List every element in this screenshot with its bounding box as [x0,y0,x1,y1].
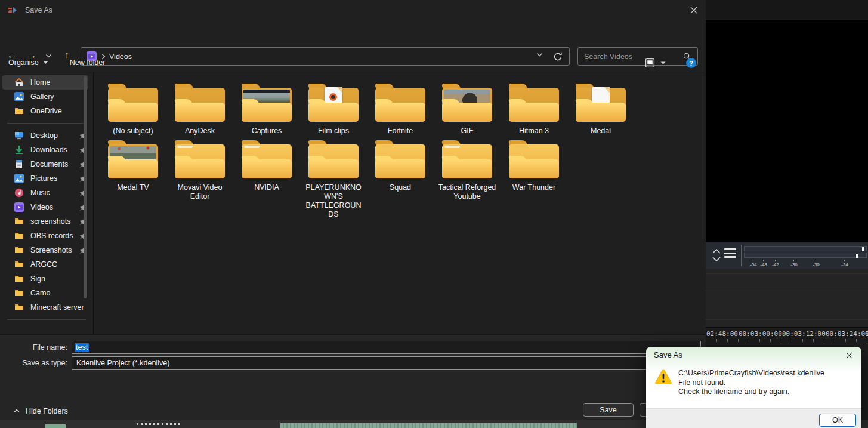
folder-item[interactable]: Medal [567,82,634,136]
meter-label: -36 [790,262,798,267]
msgbox-title: Save As [654,350,682,359]
meter-label: -42 [772,262,779,267]
organise-button[interactable]: Organise [8,58,48,67]
timeline-markers [137,423,180,425]
meter-label: -24 [841,262,848,267]
folder-icon [14,303,24,312]
dialog-title: Save As [25,6,52,14]
view-mode-icon[interactable] [645,58,655,68]
timecode-spinner[interactable] [711,245,722,265]
timeline-clip[interactable] [45,424,66,428]
kdenlive-titlebar-strip [706,0,868,20]
dialog-close-button[interactable] [685,2,702,17]
sidebar-item-camo[interactable]: Camo [2,286,88,300]
sidebar-item-home[interactable]: Home [2,75,88,90]
folder-icon [14,245,24,255]
msgbox-path: C:\Users\PrimeCrayfish\Videos\test.kdenl… [678,369,824,378]
sidebar-scrollbar[interactable] [84,76,87,298]
pictures-icon [14,174,24,183]
folder-item[interactable]: Squad [367,139,434,219]
dialog-footer: File name: test Save as type: Kdenlive P… [0,334,706,420]
sidebar-item-desktop[interactable]: Desktop [2,128,88,143]
folder-item[interactable]: War Thunder [501,139,567,219]
sidebar-item-music[interactable]: Music [2,186,88,200]
folder-item[interactable]: Fortnite [367,82,434,136]
dialog-titlebar: Save As [0,0,706,20]
new-folder-button[interactable]: New folder [70,58,106,67]
kdenlive-app-icon [8,5,18,15]
logo-thumbnail [329,93,337,101]
folder-icon [14,288,24,298]
save-button[interactable]: Save [583,403,634,417]
meter-label: -48 [760,262,767,267]
msgbox-hint: Check the filename and try again. [678,387,824,397]
view-dropdown-icon[interactable] [660,61,666,65]
save-as-type-label: Save as type: [0,359,67,367]
folder-item[interactable]: Captures [233,82,300,136]
sidebar-item-pictures[interactable]: Pictures [2,171,88,186]
folder-item[interactable]: AnyDesk [166,82,233,136]
onedrive-folder-icon [14,106,24,116]
folder-item[interactable]: NVIDIA [233,139,300,219]
meter-peak-2 [856,254,858,258]
folder-icon [14,260,24,269]
mixer-menu-icon[interactable] [724,248,736,260]
warning-icon [654,368,672,386]
folder-item[interactable]: Hitman 3 [501,82,567,136]
home-icon [14,78,24,87]
audio-meter-scale: -54 -48 -42 -36 -30 -24 [744,259,868,267]
dialog-toolbar: Organise New folder ? [0,54,706,72]
sidebar-item-downloads[interactable]: Downloads [2,143,88,157]
timeline-track-rows [706,269,868,327]
sidebar-item-gallery[interactable]: Gallery [2,90,88,104]
folder-icon [14,231,24,241]
sidebar-separator [7,123,86,124]
hide-folders-button[interactable]: Hide Folders [13,405,68,417]
timecode: 00:03:24:00 [826,330,868,338]
music-icon [14,188,24,198]
folder-item[interactable]: PLAYERUNKNOWN'S BATTLEGROUNDS [300,139,367,219]
timeline-ruler[interactable]: 02:48:00 00:03:00:00 00:03:12:00 00:03:2… [706,327,868,343]
meter-peak-1 [862,247,864,251]
sidebar-item-screenshots-upper[interactable]: Screenshots [2,243,88,257]
sidebar-item-sign[interactable]: Sign [2,272,88,286]
folder-item[interactable]: Movavi Video Editor [166,139,233,219]
sidebar-item-screenshots-lower[interactable]: screenshots [2,214,88,229]
folder-item[interactable]: Tactical Reforged Youtube [434,139,501,219]
sidebar-item-documents[interactable]: Documents [2,157,88,171]
file-name-input[interactable]: test [72,341,701,354]
sidebar-item-videos[interactable]: Videos [2,200,88,214]
folder-icon [14,217,24,226]
meter-label: -54 [750,262,757,267]
file-name-label: File name: [0,343,67,352]
msgbox-close-button[interactable] [841,349,857,362]
timecode: 02:48:00 [706,330,738,338]
file-list: (No subject) AnyDesk Captures Film clips… [94,72,706,334]
audio-meter-bar-2 [744,253,867,258]
organise-dropdown-icon [43,61,48,64]
screen: -54 -48 -42 -36 -30 -24 02:48:00 00:03:0… [0,0,868,428]
audio-mixer-panel: -54 -48 -42 -36 -30 -24 [706,242,868,269]
timecode: 00:03:00:00 [739,330,782,338]
sidebar-separator [7,319,86,320]
ok-button[interactable]: OK [819,414,856,427]
folder-item[interactable]: Film clips [300,82,367,136]
folder-item[interactable]: (No subject) [100,82,166,136]
folder-item[interactable]: Medal TV [100,139,166,219]
sidebar-item-obs-records[interactable]: OBS records [2,229,88,243]
sidebar-item-minecraft-server[interactable]: Minecraft server [2,300,88,315]
folder-item[interactable]: GIF [434,82,501,136]
msgbox-message: C:\Users\PrimeCrayfish\Videos\test.kdenl… [678,369,824,397]
msgbox-error: File not found. [678,378,824,388]
help-button[interactable]: ? [686,58,696,68]
spinner-up-icon [713,250,720,253]
folder-icon [14,274,24,284]
close-icon [690,7,697,14]
sidebar-item-onedrive[interactable]: OneDrive [2,104,88,118]
desktop-icon [14,131,24,140]
downloads-icon [14,145,24,155]
timeline-audio-clip[interactable] [280,423,577,428]
save-as-type-select[interactable]: Kdenlive Project (*.kdenlive) [72,356,701,370]
sidebar-item-argcc[interactable]: ARGCC [2,257,88,272]
file-name-value: test [75,343,89,352]
